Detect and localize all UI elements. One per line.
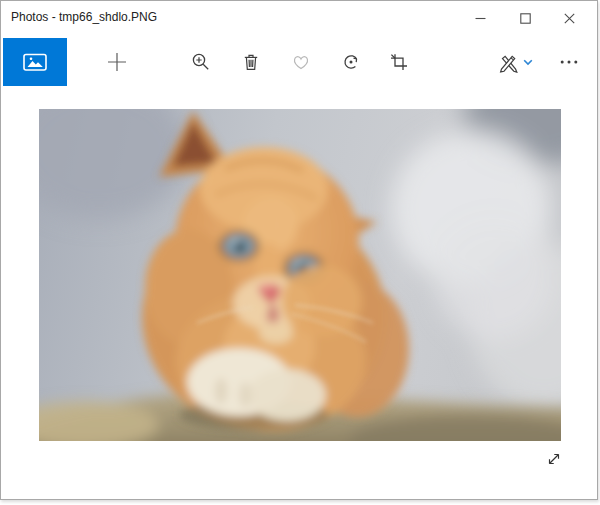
crop-button[interactable] — [377, 38, 421, 86]
minimize-icon — [475, 13, 486, 24]
ellipsis-icon — [559, 52, 579, 72]
zoom-button[interactable] — [179, 38, 223, 86]
edit-create-group — [496, 51, 533, 73]
photos-app-window: Photos - tmp66_shdlo.PNG — [0, 0, 598, 500]
chevron-down-icon — [523, 59, 533, 66]
rotate-icon — [341, 52, 361, 72]
title-bar[interactable]: Photos - tmp66_shdlo.PNG — [1, 1, 597, 37]
photo-kitten[interactable] — [39, 109, 561, 441]
crop-icon — [389, 52, 409, 72]
edit-create-icon — [496, 51, 518, 73]
window-title: Photos - tmp66_shdlo.PNG — [11, 10, 157, 24]
viewer-area — [1, 87, 597, 499]
kitten-illustration — [39, 109, 561, 441]
see-more-button[interactable] — [547, 38, 591, 86]
toolbar — [1, 37, 597, 87]
picture-icon — [22, 51, 48, 73]
expand-diagonal-icon — [545, 450, 563, 468]
add-to-collection-button[interactable] — [95, 38, 139, 86]
trash-icon — [241, 52, 261, 72]
edit-and-create-button[interactable] — [483, 38, 545, 86]
heart-icon — [291, 52, 311, 72]
see-all-photos-button[interactable] — [3, 38, 67, 86]
maximize-icon — [520, 13, 531, 24]
close-button[interactable] — [547, 1, 592, 35]
maximize-button[interactable] — [503, 1, 548, 35]
close-icon — [564, 13, 575, 24]
zoom-in-icon — [191, 52, 211, 72]
rotate-button[interactable] — [329, 38, 373, 86]
delete-button[interactable] — [229, 38, 273, 86]
minimize-button[interactable] — [458, 1, 503, 35]
plus-icon — [106, 51, 128, 73]
screenshot: Photos - tmp66_shdlo.PNG — [0, 0, 600, 505]
fullscreen-button[interactable] — [538, 443, 570, 475]
add-to-favorites-button[interactable] — [279, 38, 323, 86]
